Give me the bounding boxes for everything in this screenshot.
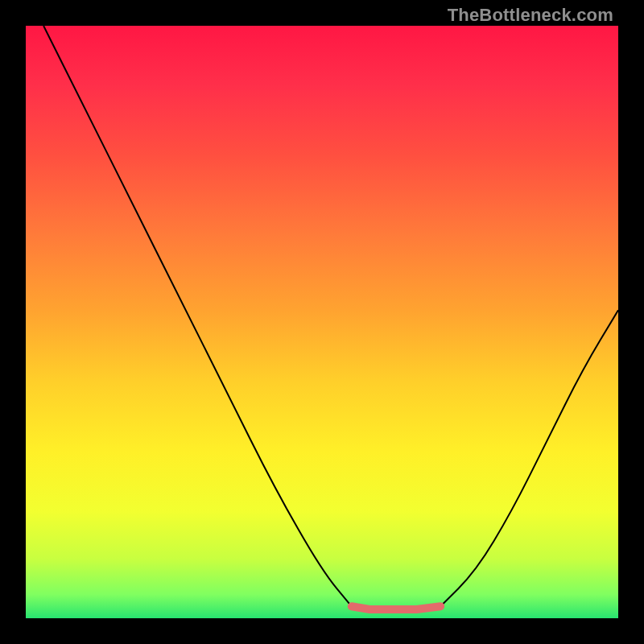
- chart-frame: [26, 26, 618, 618]
- watermark-text: TheBottleneck.com: [448, 5, 613, 26]
- optimal-zone-marker: [352, 606, 440, 609]
- bottleneck-curve-chart: [26, 26, 618, 618]
- gradient-background: [26, 26, 618, 618]
